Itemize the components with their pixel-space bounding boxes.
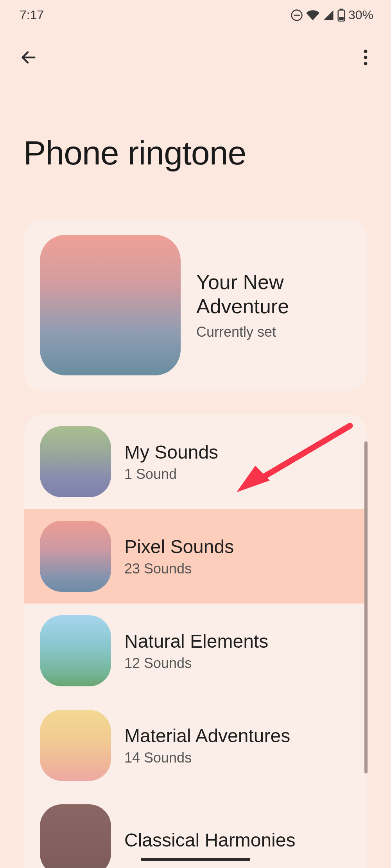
arrow-left-icon — [20, 48, 38, 66]
category-text: Material Adventures14 Sounds — [124, 725, 290, 766]
svg-point-8 — [364, 62, 368, 65]
current-ringtone-thumbnail — [40, 235, 181, 375]
wifi-icon — [306, 9, 319, 22]
category-item[interactable]: Natural Elements12 Sounds — [24, 604, 367, 698]
category-subtitle: 12 Sounds — [124, 655, 268, 672]
category-item[interactable]: Material Adventures14 Sounds — [24, 698, 367, 793]
dnd-icon — [291, 9, 303, 21]
category-subtitle: 23 Sounds — [124, 561, 234, 577]
current-ringtone-subtitle: Currently set — [196, 324, 351, 340]
category-subtitle: 1 Sound — [124, 466, 218, 482]
category-item[interactable]: Pixel Sounds23 Sounds — [24, 509, 367, 604]
category-thumbnail — [40, 615, 111, 686]
category-title: Material Adventures — [124, 725, 290, 747]
gesture-bar[interactable] — [141, 858, 250, 861]
category-subtitle: 14 Sounds — [124, 750, 290, 766]
battery-icon — [337, 9, 345, 22]
category-title: Classical Harmonies — [124, 829, 295, 851]
scroll-indicator[interactable] — [364, 441, 368, 773]
back-button[interactable] — [19, 48, 38, 67]
battery-percentage: 30% — [348, 8, 373, 22]
category-item[interactable]: Classical Harmonies — [24, 793, 367, 868]
page-title: Phone ringtone — [0, 79, 391, 219]
status-bar: 7:17 30% — [0, 0, 391, 28]
category-text: Pixel Sounds23 Sounds — [124, 536, 234, 577]
svg-rect-4 — [339, 17, 344, 20]
status-time: 7:17 — [20, 8, 44, 22]
svg-rect-3 — [340, 9, 343, 10]
category-thumbnail — [40, 804, 111, 868]
category-title: My Sounds — [124, 441, 218, 463]
more-button[interactable] — [358, 48, 373, 67]
current-ringtone-text: Your New Adventure Currently set — [196, 270, 351, 341]
category-list: My Sounds1 SoundPixel Sounds23 SoundsNat… — [24, 414, 367, 868]
app-bar — [0, 28, 391, 79]
status-right: 30% — [291, 8, 373, 22]
current-ringtone-card[interactable]: Your New Adventure Currently set — [24, 219, 367, 391]
category-text: Classical Harmonies — [124, 829, 295, 851]
category-text: My Sounds1 Sound — [124, 441, 218, 482]
category-title: Pixel Sounds — [124, 536, 234, 557]
category-item[interactable]: My Sounds1 Sound — [24, 414, 367, 509]
category-text: Natural Elements12 Sounds — [124, 630, 268, 672]
category-thumbnail — [40, 426, 111, 497]
svg-point-6 — [364, 50, 368, 53]
category-title: Natural Elements — [124, 630, 268, 652]
category-thumbnail — [40, 710, 111, 781]
signal-icon — [323, 9, 334, 21]
current-ringtone-title: Your New Adventure — [196, 270, 351, 319]
category-thumbnail — [40, 521, 111, 592]
svg-point-7 — [364, 56, 368, 59]
more-vert-icon — [363, 49, 368, 66]
